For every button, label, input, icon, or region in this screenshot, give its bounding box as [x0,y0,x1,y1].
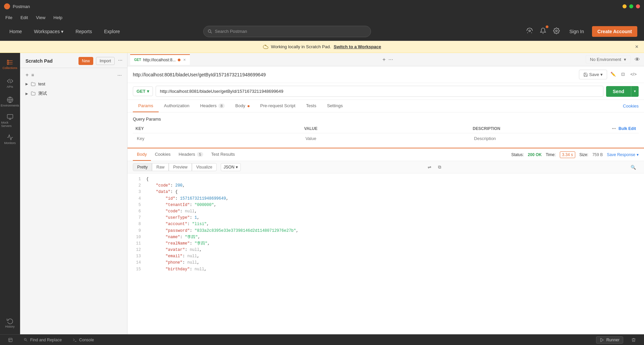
runner-button[interactable]: Runner [596,336,623,344]
banner-link[interactable]: Switch to a Workspace [334,44,381,49]
query-params-title: Query Params [133,117,639,122]
sidebar-item-monitors[interactable]: Monitors [1,131,19,148]
url-input[interactable] [156,86,603,97]
param-value-input[interactable] [304,135,468,142]
sign-in-button[interactable]: Sign In [565,27,588,36]
more-options-icon[interactable]: ⋯ [117,73,122,78]
req-tab-authorization[interactable]: Authorization [159,100,195,112]
response-status-value: 200 OK [528,152,542,157]
word-wrap-button[interactable]: ⇌ [425,163,434,171]
environment-view-icon[interactable]: 👁 [633,55,641,64]
svg-marker-20 [601,338,603,342]
save-label: Save [589,72,599,77]
req-tab-params[interactable]: Params [133,100,159,112]
cookies-link[interactable]: Cookies [623,104,639,109]
environment-selector[interactable]: No Environment ▾ [586,55,631,64]
param-key-input[interactable] [136,135,299,142]
bell-icon-btn[interactable] [538,26,548,37]
notification-dot [546,25,548,28]
param-desc-input[interactable] [473,135,636,142]
more-opts-icon[interactable]: ⋯ [612,126,616,131]
method-selector[interactable]: GET ▾ [133,86,153,96]
req-tab-headers[interactable]: Headers 8 [195,100,230,112]
find-replace-button[interactable]: Find and Replace [21,336,64,344]
duplicate-icon-btn[interactable]: ⊡ [619,70,627,79]
trash-button[interactable] [629,336,639,344]
satellite-icon-btn[interactable] [525,26,534,37]
req-tab-settings[interactable]: Settings [322,100,348,112]
banner-message: Working locally in Scratch Pad. [271,44,331,49]
pretty-view-button[interactable]: Pretty [133,163,152,171]
console-button[interactable]: Console [70,336,97,344]
save-dropdown-arrow[interactable]: ▾ [600,72,603,77]
send-button[interactable]: Send [606,86,631,97]
edit-icon-btn[interactable]: ✏️ [608,70,618,79]
env-selector-arrow: ▾ [624,57,626,62]
resp-tab-body[interactable]: Body [133,148,151,161]
format-selector[interactable]: JSON ▾ [221,163,241,171]
save-response-label: Save Response [607,152,635,157]
req-tab-tests[interactable]: Tests [301,100,322,112]
url-display-bar: http://localhost:8081/bladeUser/getById/… [127,66,644,83]
env-selector-label: No Environment [590,57,621,62]
menu-help[interactable]: Help [52,14,64,21]
bulk-edit-button[interactable]: Bulk Edit [619,126,636,131]
trash-icon [631,338,636,342]
folder-icon [31,91,36,96]
collection-item-test-cn[interactable]: ▶ 测试 [20,88,127,98]
save-button[interactable]: Save ▾ [579,70,607,79]
raw-view-button[interactable]: Raw [152,163,169,171]
tab-close-button[interactable]: ✕ [183,58,186,62]
menu-edit[interactable]: Edit [19,14,29,21]
resp-headers-badge: 5 [197,152,203,157]
svg-point-2 [529,30,531,32]
create-account-button[interactable]: Create Account [592,26,637,37]
nav-reports[interactable]: Reports [73,27,95,36]
settings-icon-btn[interactable] [552,26,561,37]
sidebar-item-history[interactable]: History [1,314,19,332]
resp-tab-test-results[interactable]: Test Results [207,148,239,161]
sidebar-item-mock-servers[interactable]: Mock Servers [1,112,19,129]
collections-panel-title: Scratch Pad [25,58,53,64]
collections-more-options[interactable]: ⋯ [117,57,123,65]
import-button[interactable]: Import [96,57,115,65]
response-section: Body Cookies Headers 5 Test Results Stat… [127,148,644,334]
search-response-button[interactable]: 🔍 [628,163,639,171]
nav-explore[interactable]: Explore [101,27,122,36]
response-meta: Status: 200 OK Time: 3.34 s Size: 759 B … [511,151,639,158]
menu-file[interactable]: File [4,14,14,21]
send-dropdown-button[interactable]: ▾ [631,86,639,97]
save-response-arrow: ▾ [637,152,639,157]
save-response-button[interactable]: Save Response ▾ [607,152,639,157]
collection-item-test[interactable]: ▶ test [20,79,127,88]
json-line-13: 13 "email": null, [133,253,639,260]
resp-tab-cookies[interactable]: Cookies [151,148,175,161]
code-icon-btn[interactable]: </> [628,70,639,79]
maximize-button[interactable]: □ [629,4,633,8]
filter-icon[interactable]: ≡ [31,72,34,78]
sidebar-item-apis[interactable]: APIs [1,74,19,92]
new-button[interactable]: New [78,57,93,65]
req-tab-body[interactable]: Body [230,100,255,112]
add-tab-button[interactable]: + [382,57,385,63]
sidebar-item-environments[interactable]: Environments [1,93,19,111]
nav-home[interactable]: Home [7,27,24,36]
sidebar-item-collections[interactable]: Collections [1,56,19,73]
active-request-tab[interactable]: GET http://localhost:8... ✕ [130,54,190,65]
tab-options-button[interactable]: ⋯ [388,57,393,62]
nav-workspaces[interactable]: Workspaces ▾ [31,27,66,36]
minimize-button[interactable]: − [623,4,627,8]
add-icon[interactable]: + [25,72,29,78]
req-tab-pre-request[interactable]: Pre-request Script [255,100,301,112]
copy-response-button[interactable]: ⧉ [435,163,444,171]
preview-view-button[interactable]: Preview [169,163,192,171]
search-bar[interactable]: Search Postman [203,26,371,37]
menu-view[interactable]: View [35,14,47,21]
close-button[interactable]: × [636,4,640,8]
app-name: Postman [13,4,620,9]
resp-tab-headers[interactable]: Headers 5 [175,148,207,161]
json-line-8: 8 "account": "lisi", [133,221,639,227]
banner-close-button[interactable]: ✕ [635,44,639,49]
visualize-view-button[interactable]: Visualize [192,163,217,171]
layout-toggle-button[interactable] [5,336,15,344]
